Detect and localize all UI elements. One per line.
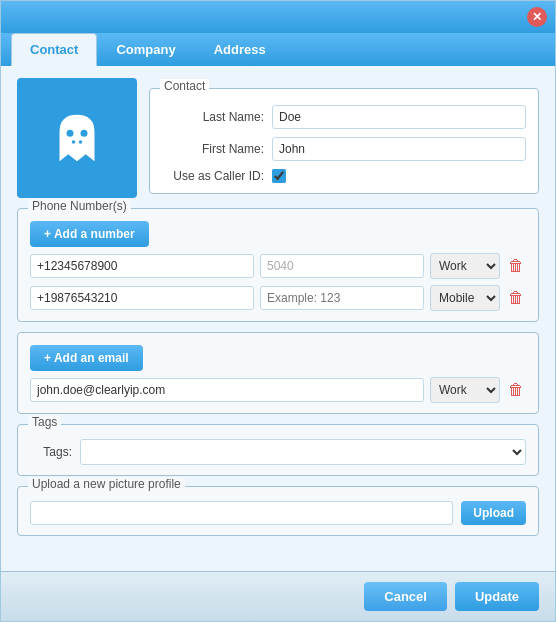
ghost-icon [42, 103, 112, 173]
svg-point-0 [67, 130, 74, 137]
last-name-label: Last Name: [162, 110, 272, 124]
upload-legend: Upload a new picture profile [28, 477, 185, 491]
first-name-input[interactable] [272, 137, 526, 161]
upload-row: Upload [30, 501, 526, 525]
tags-row: Tags: [30, 439, 526, 465]
contact-legend: Contact [160, 79, 209, 93]
phone-ext-1[interactable] [260, 254, 424, 278]
caller-id-checkbox[interactable] [272, 169, 286, 183]
phone-type-select-2[interactable]: Mobile Work Home [430, 285, 500, 311]
update-button[interactable]: Update [455, 582, 539, 611]
svg-point-1 [81, 130, 88, 137]
tags-select[interactable] [80, 439, 526, 465]
tags-section: Tags Tags: [17, 424, 539, 476]
caller-id-row: Use as Caller ID: [162, 169, 526, 183]
phone-number-1[interactable] [30, 254, 254, 278]
upload-button[interactable]: Upload [461, 501, 526, 525]
upload-path-input[interactable] [30, 501, 453, 525]
close-button[interactable]: ✕ [527, 7, 547, 27]
caller-id-label: Use as Caller ID: [162, 169, 272, 183]
upload-section: Upload a new picture profile Upload [17, 486, 539, 536]
avatar [17, 78, 137, 198]
add-phone-button[interactable]: + Add a number [30, 221, 149, 247]
tab-address[interactable]: Address [195, 33, 285, 66]
email-section: + Add an email Work Personal 🗑 [17, 332, 539, 414]
tab-company[interactable]: Company [97, 33, 194, 66]
svg-point-3 [79, 140, 83, 144]
dialog: ✕ Contact Company Address [0, 0, 556, 622]
first-name-label: First Name: [162, 142, 272, 156]
last-name-row: Last Name: [162, 105, 526, 129]
first-name-row: First Name: [162, 137, 526, 161]
phone-legend: Phone Number(s) [28, 199, 131, 213]
cancel-button[interactable]: Cancel [364, 582, 447, 611]
footer: Cancel Update [1, 571, 555, 621]
main-content: Contact Last Name: First Name: Use as Ca… [1, 66, 555, 571]
email-type-select-1[interactable]: Work Personal [430, 377, 500, 403]
top-section: Contact Last Name: First Name: Use as Ca… [17, 78, 539, 198]
phone-number-2[interactable] [30, 286, 254, 310]
tab-contact[interactable]: Contact [11, 33, 97, 66]
phone-section: Phone Number(s) + Add a number Work Mobi… [17, 208, 539, 322]
svg-point-2 [72, 140, 76, 144]
delete-phone-1[interactable]: 🗑 [506, 256, 526, 276]
tags-legend: Tags [28, 415, 61, 429]
tabs-bar: Contact Company Address [1, 33, 555, 66]
phone-row-2: Mobile Work Home 🗑 [30, 285, 526, 311]
delete-phone-2[interactable]: 🗑 [506, 288, 526, 308]
email-address-1[interactable] [30, 378, 424, 402]
tags-label: Tags: [30, 445, 80, 459]
add-email-button[interactable]: + Add an email [30, 345, 143, 371]
contact-fieldset: Contact Last Name: First Name: Use as Ca… [149, 88, 539, 194]
phone-type-select-1[interactable]: Work Mobile Home [430, 253, 500, 279]
last-name-input[interactable] [272, 105, 526, 129]
phone-row-1: Work Mobile Home 🗑 [30, 253, 526, 279]
delete-email-1[interactable]: 🗑 [506, 380, 526, 400]
title-bar: ✕ [1, 1, 555, 33]
phone-ext-2[interactable] [260, 286, 424, 310]
email-row-1: Work Personal 🗑 [30, 377, 526, 403]
